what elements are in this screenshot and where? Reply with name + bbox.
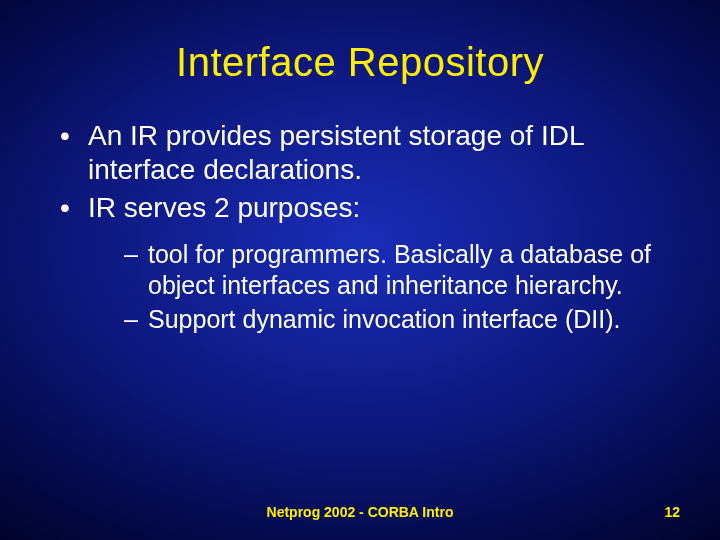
sub-bullet-item: tool for programmers. Basically a databa… bbox=[124, 239, 680, 300]
sub-bullet-text: Support dynamic invocation interface (DI… bbox=[148, 305, 620, 333]
slide-title: Interface Repository bbox=[40, 40, 680, 85]
bullet-text: An IR provides persistent storage of IDL… bbox=[88, 120, 583, 185]
bullet-text: IR serves 2 purposes: bbox=[88, 192, 360, 223]
page-number: 12 bbox=[664, 504, 680, 520]
slide: Interface Repository An IR provides pers… bbox=[0, 0, 720, 540]
sub-bullet-item: Support dynamic invocation interface (DI… bbox=[124, 304, 680, 335]
sub-bullet-list: tool for programmers. Basically a databa… bbox=[88, 239, 680, 335]
bullet-list: An IR provides persistent storage of IDL… bbox=[40, 119, 680, 339]
footer-label: Netprog 2002 - CORBA Intro bbox=[267, 504, 454, 520]
bullet-item: IR serves 2 purposes: tool for programme… bbox=[60, 191, 680, 335]
bullet-item: An IR provides persistent storage of IDL… bbox=[60, 119, 680, 187]
sub-bullet-text: tool for programmers. Basically a databa… bbox=[148, 240, 651, 299]
slide-footer: Netprog 2002 - CORBA Intro 12 bbox=[0, 504, 720, 520]
